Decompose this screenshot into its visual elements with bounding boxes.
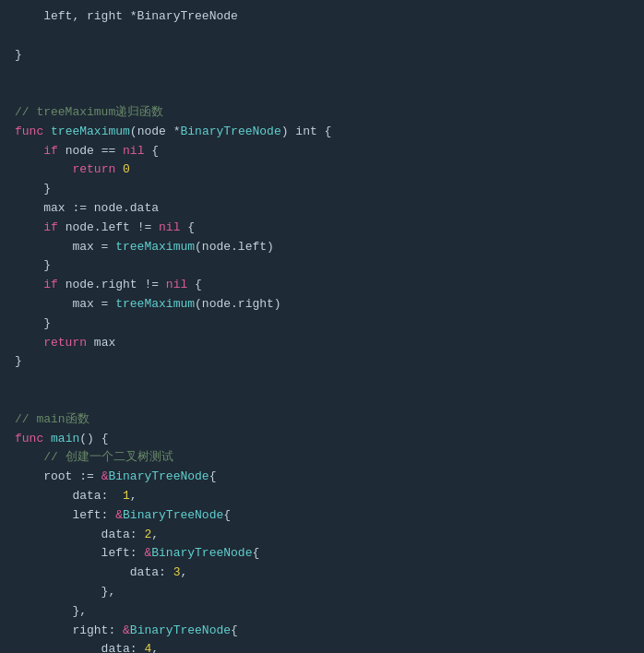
token-plain: }, bbox=[15, 585, 115, 599]
token-amp: & bbox=[115, 508, 123, 522]
token-plain: (node.right) bbox=[195, 297, 281, 311]
code-line bbox=[15, 391, 629, 410]
code-line: } bbox=[15, 315, 629, 334]
token-kw: func bbox=[15, 125, 43, 138]
token-nil: nil bbox=[159, 220, 180, 234]
code-editor: left, right *BinaryTreeNode } // treeMax… bbox=[0, 0, 644, 653]
token-kw: func bbox=[15, 432, 43, 445]
token-plain bbox=[15, 450, 43, 464]
token-comment: // treeMaximum递归函数 bbox=[15, 105, 163, 119]
token-plain: { bbox=[180, 220, 195, 234]
token-plain: node == bbox=[58, 144, 123, 158]
code-line: data: 4, bbox=[15, 640, 629, 653]
token-plain: { bbox=[231, 623, 238, 637]
code-line: if node == nil { bbox=[15, 142, 629, 161]
token-fn: treeMaximum bbox=[115, 240, 195, 254]
code-line: max = treeMaximum(node.right) bbox=[15, 295, 629, 315]
code-line: if node.right != nil { bbox=[15, 276, 629, 295]
code-line bbox=[15, 372, 629, 391]
code-line: } bbox=[15, 180, 629, 199]
token-plain bbox=[15, 336, 43, 350]
code-line: } bbox=[15, 352, 629, 372]
code-line: }, bbox=[15, 583, 629, 602]
token-plain: max = bbox=[15, 297, 115, 311]
code-line: return 0 bbox=[15, 160, 629, 180]
token-plain: max bbox=[87, 336, 115, 350]
token-plain bbox=[15, 278, 43, 291]
token-plain: { bbox=[209, 469, 217, 483]
token-plain: } bbox=[15, 354, 22, 368]
token-plain: * bbox=[173, 125, 181, 138]
token-kw: if bbox=[43, 278, 58, 291]
token-plain: { bbox=[252, 546, 259, 560]
code-line: left, right *BinaryTreeNode bbox=[15, 7, 629, 27]
code-line: left: &BinaryTreeNode{ bbox=[15, 544, 629, 564]
code-line bbox=[15, 84, 629, 103]
token-kw: if bbox=[43, 144, 58, 158]
code-line: data: 1, bbox=[15, 487, 629, 506]
token-plain: , bbox=[130, 489, 137, 503]
token-plain: data: bbox=[15, 565, 173, 579]
token-kw: if bbox=[43, 220, 58, 234]
token-plain: int bbox=[295, 125, 316, 138]
token-plain: { bbox=[223, 508, 231, 522]
token-num: 0 bbox=[123, 162, 130, 176]
code-line: right: &BinaryTreeNode{ bbox=[15, 622, 629, 641]
token-plain bbox=[15, 220, 43, 234]
token-plain: (node.left) bbox=[195, 240, 274, 254]
code-line: // main函数 bbox=[15, 410, 629, 430]
token-plain: ( bbox=[130, 125, 137, 138]
token-comment: // main函数 bbox=[15, 412, 89, 426]
code-content: left, right *BinaryTreeNode } // treeMax… bbox=[15, 7, 629, 653]
token-plain: } bbox=[15, 182, 51, 196]
token-plain: } bbox=[15, 258, 51, 272]
token-num: 1 bbox=[123, 489, 130, 503]
token-struct-name: BinaryTreeNode bbox=[123, 508, 223, 522]
token-plain: , bbox=[151, 642, 159, 653]
token-plain: , bbox=[180, 565, 187, 579]
token-plain: left, right *BinaryTreeNode bbox=[15, 9, 238, 23]
token-plain: left: bbox=[15, 508, 115, 522]
token-comment: // 创建一个二叉树测试 bbox=[43, 450, 173, 464]
code-line: left: &BinaryTreeNode{ bbox=[15, 506, 629, 526]
token-plain: data: bbox=[15, 489, 123, 503]
code-line: max := node.data bbox=[15, 199, 629, 219]
token-plain: data: bbox=[15, 528, 144, 541]
token-plain: left: bbox=[15, 546, 144, 560]
token-plain: ) bbox=[281, 125, 296, 138]
token-plain: }, bbox=[15, 604, 87, 618]
code-line: // 创建一个二叉树测试 bbox=[15, 448, 629, 468]
token-plain: right: bbox=[15, 623, 123, 637]
code-line: data: 2, bbox=[15, 526, 629, 545]
code-line bbox=[15, 27, 629, 46]
token-plain: max = bbox=[15, 240, 115, 254]
code-line: func main() { bbox=[15, 430, 629, 449]
token-plain: } bbox=[15, 48, 22, 62]
token-plain: node.left != bbox=[58, 220, 159, 234]
token-plain: , bbox=[151, 528, 159, 541]
token-amp: & bbox=[123, 623, 130, 637]
code-line: }, bbox=[15, 602, 629, 622]
token-plain bbox=[115, 162, 123, 176]
code-line: } bbox=[15, 46, 629, 65]
token-plain: root := bbox=[15, 469, 101, 483]
token-kw: return bbox=[43, 336, 87, 350]
code-line: func treeMaximum(node *BinaryTreeNode) i… bbox=[15, 123, 629, 142]
token-plain: data: bbox=[15, 642, 144, 653]
code-line: root := &BinaryTreeNode{ bbox=[15, 468, 629, 487]
token-struct-name: BinaryTreeNode bbox=[130, 623, 231, 637]
code-line: } bbox=[15, 256, 629, 276]
token-struct-name: BinaryTreeNode bbox=[151, 546, 252, 560]
token-plain: () { bbox=[79, 432, 108, 445]
code-line: if node.left != nil { bbox=[15, 219, 629, 238]
token-fn: main bbox=[51, 432, 79, 445]
token-struct-name: BinaryTreeNode bbox=[108, 469, 209, 483]
token-plain: { bbox=[144, 144, 159, 158]
token-plain: max := node.data bbox=[15, 201, 159, 215]
token-plain: { bbox=[317, 125, 332, 138]
token-plain: node.right != bbox=[58, 278, 166, 291]
token-plain bbox=[15, 144, 43, 158]
token-plain bbox=[43, 432, 51, 445]
code-line: return max bbox=[15, 334, 629, 353]
token-plain bbox=[43, 125, 51, 138]
